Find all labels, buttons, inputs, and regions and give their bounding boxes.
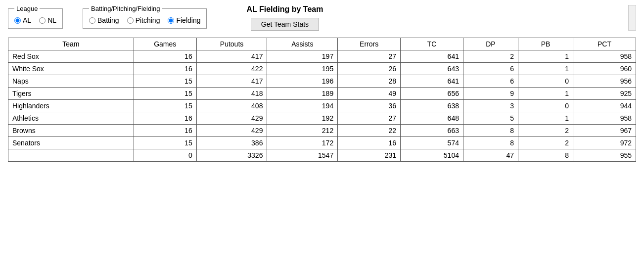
scrollbar[interactable]	[628, 5, 636, 31]
league-fieldset: League AL NL	[8, 5, 63, 29]
col-header-games: Games	[134, 38, 196, 50]
table-row: Naps154171962864160956	[8, 75, 636, 88]
table-cell: 417	[196, 75, 267, 88]
table-cell: 972	[573, 137, 636, 149]
table-cell: Senators	[8, 137, 134, 149]
league-al-radio[interactable]	[14, 17, 21, 24]
table-cell: 386	[196, 137, 267, 149]
league-nl-radio[interactable]	[39, 17, 46, 24]
table-row: Athletics164291922764851958	[8, 112, 636, 125]
col-header-tc: TC	[401, 38, 463, 50]
table-cell: Naps	[8, 75, 134, 88]
table-cell: 1	[518, 50, 573, 63]
table-cell: 429	[196, 125, 267, 137]
table-header-row: Team Games Putouts Assists Errors TC DP …	[8, 38, 636, 50]
table-cell: 641	[401, 75, 463, 88]
table-cell: 0	[518, 75, 573, 88]
col-header-team: Team	[8, 38, 134, 50]
table-cell: 643	[401, 63, 463, 75]
col-header-pct: PCT	[573, 38, 636, 50]
table-cell: 6	[463, 75, 518, 88]
table-cell: 15	[134, 75, 196, 88]
table-cell: 1	[518, 63, 573, 75]
table-cell: 5	[463, 112, 518, 125]
table-cell: Tigers	[8, 88, 134, 100]
table-cell: 189	[267, 88, 338, 100]
pitching-radio[interactable]	[127, 17, 134, 24]
get-team-stats-button[interactable]: Get Team Stats	[251, 18, 319, 31]
table-cell: 16	[134, 63, 196, 75]
table-cell: 28	[338, 75, 401, 88]
table-cell: 956	[573, 75, 636, 88]
table-cell	[8, 149, 134, 162]
table-cell: 958	[573, 112, 636, 125]
table-cell: 27	[338, 112, 401, 125]
fielding-label[interactable]: Fielding	[168, 16, 200, 24]
table-cell: 967	[573, 125, 636, 137]
table-cell: 0	[134, 149, 196, 162]
league-al-label[interactable]: AL	[14, 16, 31, 24]
table-cell: 9	[463, 88, 518, 100]
col-header-pb: PB	[518, 38, 573, 50]
table-cell: 196	[267, 75, 338, 88]
league-al-text: AL	[23, 16, 31, 24]
table-cell: 574	[401, 137, 463, 149]
table-cell: 925	[573, 88, 636, 100]
batting-label[interactable]: Batting	[89, 16, 119, 24]
table-cell: 47	[463, 149, 518, 162]
table-cell: 2	[518, 137, 573, 149]
col-header-dp: DP	[463, 38, 518, 50]
league-radio-group: AL NL	[14, 16, 56, 24]
table-cell: 6	[463, 63, 518, 75]
table-cell: 0	[518, 100, 573, 112]
col-header-errors: Errors	[338, 38, 401, 50]
table-cell: Red Sox	[8, 50, 134, 63]
table-cell: 5104	[401, 149, 463, 162]
table-cell: 641	[401, 50, 463, 63]
table-cell: 3326	[196, 149, 267, 162]
table-cell: 960	[573, 63, 636, 75]
table-cell: 16	[134, 125, 196, 137]
table-row: Highlanders154081943663830944	[8, 100, 636, 112]
table-cell: 15	[134, 100, 196, 112]
table-cell: 429	[196, 112, 267, 125]
table-cell: 15	[134, 88, 196, 100]
table-cell: 16	[338, 137, 401, 149]
table-cell: 27	[338, 50, 401, 63]
table-cell: Browns	[8, 125, 134, 137]
batting-radio[interactable]	[89, 17, 95, 24]
table-cell: 408	[196, 100, 267, 112]
col-header-putouts: Putouts	[196, 38, 267, 50]
table-cell: 8	[463, 125, 518, 137]
table-cell: 231	[338, 149, 401, 162]
table-cell: 22	[338, 125, 401, 137]
league-nl-label[interactable]: NL	[39, 16, 56, 24]
table-row: White Sox164221952664361960	[8, 63, 636, 75]
page-title: AL Fielding by Team	[246, 5, 323, 14]
table-cell: 49	[338, 88, 401, 100]
table-wrapper: Team Games Putouts Assists Errors TC DP …	[0, 38, 644, 162]
table-cell: 194	[267, 100, 338, 112]
table-cell: 36	[338, 100, 401, 112]
pitching-text: Pitching	[136, 16, 160, 24]
table-cell: 422	[196, 63, 267, 75]
table-row: Red Sox164171972764121958	[8, 50, 636, 63]
table-cell: 656	[401, 88, 463, 100]
table-cell: 2	[463, 50, 518, 63]
table-cell: 638	[401, 100, 463, 112]
table-cell: 15	[134, 137, 196, 149]
table-cell: Highlanders	[8, 100, 134, 112]
league-nl-text: NL	[47, 16, 56, 24]
pitching-label[interactable]: Pitching	[127, 16, 160, 24]
table-cell: White Sox	[8, 63, 134, 75]
table-cell: 944	[573, 100, 636, 112]
table-cell: 172	[267, 137, 338, 149]
batting-text: Batting	[97, 16, 119, 24]
fielding-radio[interactable]	[168, 17, 174, 24]
table-cell: 197	[267, 50, 338, 63]
title-section: AL Fielding by Team Get Team Stats	[246, 5, 323, 31]
table-cell: 212	[267, 125, 338, 137]
table-cell: 663	[401, 125, 463, 137]
table-cell: 8	[518, 149, 573, 162]
table-cell: 16	[134, 112, 196, 125]
